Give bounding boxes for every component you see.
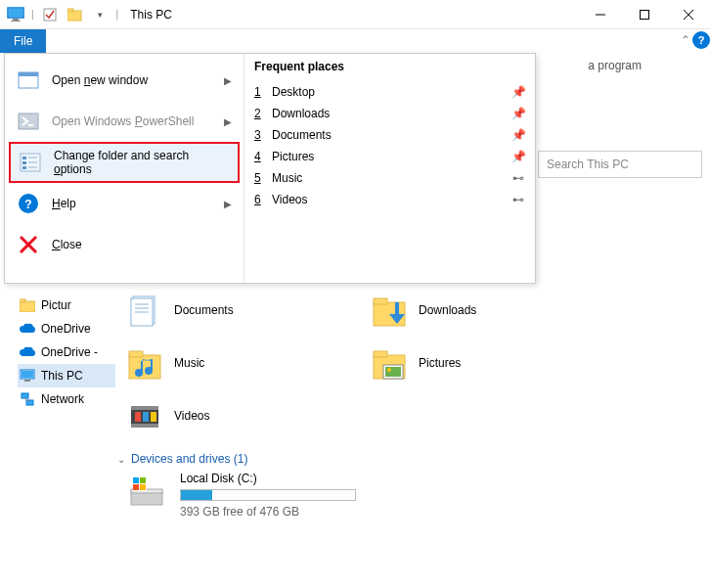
svg-rect-27 xyxy=(20,299,25,302)
onedrive-icon xyxy=(20,321,35,337)
qat-separator-2: | xyxy=(116,9,119,20)
pushpin-icon[interactable]: 📌 xyxy=(511,85,525,99)
svg-rect-41 xyxy=(129,355,160,379)
search-input[interactable]: Search This PC xyxy=(538,151,702,178)
svg-rect-42 xyxy=(129,351,143,357)
folder-documents[interactable]: Documents xyxy=(127,284,372,337)
svg-rect-57 xyxy=(133,477,139,483)
downloads-icon xyxy=(372,293,407,328)
frequent-places: Frequent places 1Desktop📌 2Downloads📌 3D… xyxy=(244,54,535,283)
frequent-downloads[interactable]: 2Downloads📌 xyxy=(254,103,525,124)
ribbon-tab-bar: File ⌃ ? xyxy=(0,29,710,53)
minimize-button[interactable] xyxy=(578,0,622,29)
svg-rect-58 xyxy=(140,477,146,483)
properties-icon[interactable] xyxy=(40,5,60,24)
folder-music[interactable]: Music xyxy=(127,337,372,389)
nav-pictures[interactable]: Pictur xyxy=(18,294,115,317)
menu-change-folder-options[interactable]: Change folder and search options xyxy=(9,142,240,183)
window-title: This PC xyxy=(130,8,172,22)
qat-customize-icon[interactable]: ▾ xyxy=(91,5,111,24)
svg-rect-18 xyxy=(22,166,26,169)
svg-rect-40 xyxy=(374,298,387,304)
frequent-pictures[interactable]: 4Pictures📌 xyxy=(254,146,525,167)
content-pane: Documents Downloads Music Pictures Video… xyxy=(127,284,700,519)
pushpin-icon[interactable]: 📌 xyxy=(511,128,525,142)
drive-usage-bar xyxy=(180,489,356,501)
frequent-documents[interactable]: 3Documents📌 xyxy=(254,124,525,146)
videos-icon xyxy=(127,398,162,433)
svg-rect-6 xyxy=(67,9,73,12)
svg-rect-16 xyxy=(22,157,26,159)
onedrive-icon xyxy=(20,344,35,360)
title-bar: | ▾ | This PC xyxy=(0,0,710,29)
svg-rect-26 xyxy=(20,301,35,312)
svg-rect-51 xyxy=(135,412,141,422)
menu-label: Close xyxy=(52,238,232,251)
chevron-right-icon: ▶ xyxy=(224,199,232,209)
svg-rect-4 xyxy=(44,9,56,21)
close-button[interactable] xyxy=(666,0,710,29)
svg-rect-12 xyxy=(19,72,38,76)
svg-rect-59 xyxy=(133,484,139,490)
this-pc-icon xyxy=(20,368,35,384)
nav-onedrive[interactable]: OneDrive xyxy=(18,317,115,340)
drive-info: Local Disk (C:) 393 GB free of 476 GB xyxy=(180,472,356,519)
folder-icon xyxy=(20,297,35,313)
pictures-icon xyxy=(372,345,407,381)
frequent-videos[interactable]: 6Videos⊷ xyxy=(254,189,525,210)
svg-rect-2 xyxy=(13,19,19,21)
ribbon-peek-text: a program xyxy=(588,59,642,72)
devices-section-header[interactable]: ⌄ Devices and drives (1) xyxy=(117,452,700,466)
svg-rect-46 xyxy=(385,367,401,377)
menu-open-new-window[interactable]: Open new window ▶ xyxy=(9,60,240,101)
menu-help[interactable]: ? Help ▶ xyxy=(9,183,240,224)
qat-separator: | xyxy=(31,9,34,20)
navigation-tree: Pictur 📌 OneDrive OneDrive - This PC Net… xyxy=(18,294,115,411)
pushpin-icon[interactable]: 📌 xyxy=(511,107,525,120)
file-tab-label: File xyxy=(14,34,32,48)
file-menu: Open new window ▶ Open Windows PowerShel… xyxy=(4,53,536,284)
maximize-button[interactable] xyxy=(622,0,666,29)
svg-rect-52 xyxy=(143,412,149,422)
drive-name: Local Disk (C:) xyxy=(180,472,356,485)
svg-rect-49 xyxy=(131,406,158,410)
pin-icon[interactable]: ⊷ xyxy=(511,171,525,185)
nav-this-pc[interactable]: This PC xyxy=(18,364,115,387)
window-icon xyxy=(17,68,40,92)
menu-open-powershell[interactable]: Open Windows PowerShell ▶ xyxy=(9,101,240,142)
pin-icon[interactable]: ⊷ xyxy=(511,193,525,206)
close-x-icon xyxy=(17,233,40,256)
svg-rect-44 xyxy=(374,351,387,357)
drive-local-disk-c[interactable]: Local Disk (C:) 393 GB free of 476 GB xyxy=(127,472,700,519)
chevron-right-icon: ▶ xyxy=(224,75,232,86)
svg-rect-60 xyxy=(140,484,146,490)
nav-network[interactable]: Network xyxy=(18,387,115,411)
svg-text:?: ? xyxy=(24,198,31,211)
quick-access-toolbar: | ▾ | xyxy=(0,5,124,24)
powershell-icon xyxy=(17,110,40,133)
frequent-places-title: Frequent places xyxy=(254,60,525,73)
pushpin-icon[interactable]: 📌 xyxy=(511,150,525,163)
folder-downloads[interactable]: Downloads xyxy=(372,284,616,337)
options-icon xyxy=(19,151,42,174)
ribbon-collapse-icon[interactable]: ⌃ xyxy=(681,33,690,47)
svg-point-47 xyxy=(387,368,391,372)
help-icon[interactable]: ? xyxy=(692,31,710,49)
nav-onedrive-business[interactable]: OneDrive - xyxy=(18,340,115,364)
menu-label: Change folder and search options xyxy=(54,149,230,176)
menu-label: Open new window xyxy=(52,73,212,87)
chevron-down-icon: ⌄ xyxy=(117,454,125,465)
folder-videos[interactable]: Videos xyxy=(127,389,372,442)
svg-rect-53 xyxy=(151,412,156,422)
chevron-right-icon: ▶ xyxy=(224,116,232,127)
menu-close[interactable]: Close xyxy=(9,224,240,265)
svg-rect-17 xyxy=(22,161,26,164)
file-tab[interactable]: File xyxy=(0,29,46,53)
music-icon xyxy=(127,345,162,381)
svg-rect-1 xyxy=(9,9,22,17)
frequent-desktop[interactable]: 1Desktop📌 xyxy=(254,81,525,103)
folder-pictures[interactable]: Pictures xyxy=(372,337,616,389)
drive-free-space: 393 GB free of 476 GB xyxy=(180,505,356,519)
new-folder-icon[interactable] xyxy=(66,5,85,24)
frequent-music[interactable]: 5Music⊷ xyxy=(254,167,525,189)
